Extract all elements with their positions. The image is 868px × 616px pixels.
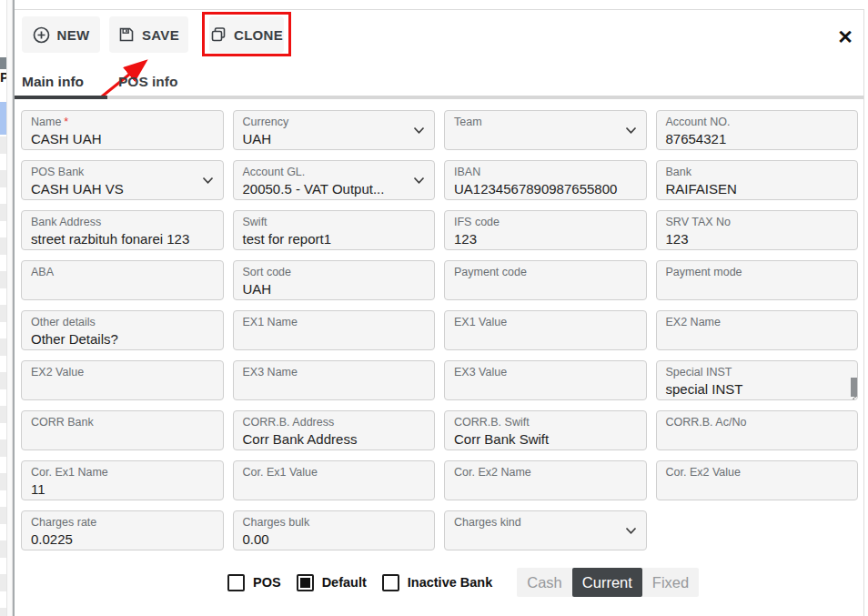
background-selected-row-fragment	[0, 102, 6, 135]
field-team[interactable]: Team	[444, 110, 647, 150]
new-button[interactable]: NEW	[22, 16, 100, 53]
field-currency[interactable]: CurrencyUAH	[233, 110, 436, 150]
inactive-bank-checkbox[interactable]	[382, 574, 399, 591]
field-label: CORR.B. Swift	[454, 416, 637, 429]
checkbox-label: Inactive Bank	[408, 575, 493, 590]
field-ex3-value[interactable]: EX3 Value	[444, 360, 647, 400]
close-icon[interactable]: ✕	[833, 25, 858, 50]
chevron-down-icon[interactable]	[202, 177, 214, 185]
field-label: Other details	[31, 316, 214, 329]
chevron-down-icon[interactable]	[625, 126, 637, 135]
field-iban[interactable]: IBANUA1234567890987655800	[444, 160, 647, 200]
field-sort-code[interactable]: Sort codeUAH	[233, 260, 436, 300]
field-label: Charges rate	[31, 516, 214, 530]
bank-edit-dialog: NEW SAVE CLONE ✕ Main info POS info Name…	[15, 9, 864, 616]
field-ex2-name[interactable]: EX2 Name	[656, 310, 859, 350]
field-label: CORR.B. Address	[243, 416, 426, 429]
field-value: 0.0225	[31, 530, 214, 548]
field-label: Payment code	[454, 266, 637, 279]
field-payment-code[interactable]: Payment code	[444, 260, 647, 300]
field-charges-rate[interactable]: Charges rate0.0225	[21, 510, 224, 550]
field-label: IFS code	[454, 216, 637, 229]
field-cor-ex2-name[interactable]: Cor. Ex2 Name	[444, 460, 647, 500]
field-label: Payment mode	[666, 266, 849, 279]
field-label: Cor. Ex2 Value	[666, 466, 849, 480]
field-label: Bank	[666, 166, 849, 179]
field-corr-bank[interactable]: CORR Bank	[21, 410, 224, 450]
copy-icon	[210, 26, 227, 43]
background-toolbar-fragment	[0, 57, 6, 69]
field-label: IBAN	[454, 166, 637, 179]
field-value: RAIFAISEN	[666, 180, 849, 197]
field-charges-kind[interactable]: Charges kind	[444, 510, 647, 550]
segment-option-cash[interactable]: Cash	[517, 568, 572, 597]
field-ex3-name[interactable]: EX3 Name	[233, 360, 436, 400]
segment-option-current[interactable]: Current	[572, 568, 642, 597]
field-account-no[interactable]: Account NO.87654321	[656, 110, 859, 150]
field-label: ABA	[31, 266, 214, 279]
field-label: EX3 Name	[243, 366, 426, 379]
field-label: Swift	[243, 216, 426, 229]
new-button-label: NEW	[57, 27, 90, 43]
field-label: EX1 Value	[454, 316, 637, 329]
field-label: Cor. Ex2 Name	[454, 466, 637, 480]
field-swift[interactable]: Swifttest for report1	[233, 210, 436, 250]
field-ex1-name[interactable]: EX1 Name	[233, 310, 436, 350]
field-label: EX1 Name	[243, 316, 426, 329]
field-value: Corr Bank Address	[243, 430, 426, 448]
chevron-down-icon[interactable]	[413, 126, 425, 135]
field-pos-bank[interactable]: POS BankCASH UAH VS	[21, 160, 224, 200]
field-name[interactable]: Name*CASH UAH	[21, 110, 224, 150]
default-checkbox[interactable]	[297, 574, 314, 591]
field-aba[interactable]: ABA	[21, 260, 224, 300]
field-label: CORR Bank	[31, 416, 214, 429]
field-value: UAH	[243, 130, 426, 147]
field-account-gl[interactable]: Account GL.20050.5 - VAT Output...	[233, 160, 436, 200]
field-ifs-code[interactable]: IFS code123	[444, 210, 647, 250]
field-value: UAH	[243, 280, 426, 298]
field-value: 0.00	[243, 530, 426, 548]
checkbox-group-default[interactable]: Default	[297, 574, 370, 591]
field-corr-b-swift[interactable]: CORR.B. SwiftCorr Bank Swift	[444, 410, 647, 450]
checkbox-label: POS	[253, 575, 281, 590]
field-value: Corr Bank Swift	[454, 430, 637, 448]
field-cor-ex2-value[interactable]: Cor. Ex2 Value	[656, 460, 859, 500]
save-button-label: SAVE	[142, 27, 179, 43]
clone-button[interactable]: CLONE	[209, 16, 284, 53]
textarea-scrollbar[interactable]	[851, 378, 857, 397]
required-marker: *	[64, 116, 68, 128]
field-bank[interactable]: BankRAIFAISEN	[656, 160, 859, 200]
plus-circle-icon	[33, 26, 50, 44]
textarea-resize-handle[interactable]	[851, 397, 857, 399]
field-ex1-value[interactable]: EX1 Value	[444, 310, 647, 350]
field-charges-bulk[interactable]: Charges bulk0.00	[233, 510, 436, 550]
field-corr-b-address[interactable]: CORR.B. AddressCorr Bank Address	[233, 410, 436, 450]
field-corr-b-ac-no[interactable]: CORR.B. Ac/No	[656, 410, 859, 450]
field-cor-ex1-value[interactable]: Cor. Ex1 Value	[233, 460, 436, 500]
field-value: CASH UAH	[31, 130, 214, 147]
tab-pos-info[interactable]: POS info	[118, 70, 177, 94]
field-label: Cor. Ex1 Value	[243, 466, 426, 480]
checkbox-group-pos[interactable]: POS	[227, 574, 285, 591]
field-payment-mode[interactable]: Payment mode	[656, 260, 859, 300]
segment-option-fixed[interactable]: Fixed	[642, 568, 699, 597]
field-bank-address[interactable]: Bank Addressstreet razbituh fonarei 123	[21, 210, 224, 250]
pos-checkbox[interactable]	[227, 574, 245, 591]
field-cor-ex1-name[interactable]: Cor. Ex1 Name11	[21, 460, 224, 500]
field-value: CASH UAH VS	[31, 180, 214, 197]
save-button[interactable]: SAVE	[109, 16, 188, 53]
field-value: special INST	[666, 380, 849, 398]
field-srv-tax-no[interactable]: SRV TAX No123	[656, 210, 859, 250]
form-grid: Name*CASH UAHCurrencyUAHTeamAccount NO.8…	[21, 110, 858, 550]
field-ex2-value[interactable]: EX2 Value	[21, 360, 224, 400]
tab-main-info[interactable]: Main info	[22, 70, 84, 94]
field-label: Bank Address	[31, 216, 214, 229]
field-special-inst[interactable]: Special INSTspecial INST	[656, 360, 859, 400]
checkbox-group-inactive-bank[interactable]: Inactive Bank	[382, 574, 497, 591]
field-value: 11	[31, 480, 214, 498]
field-other-details[interactable]: Other detailsOther Details?	[21, 310, 224, 350]
field-label: POS Bank	[31, 166, 214, 179]
chevron-down-icon[interactable]	[625, 527, 637, 535]
chevron-down-icon[interactable]	[413, 177, 425, 185]
field-value: street razbituh fonarei 123	[31, 230, 214, 247]
